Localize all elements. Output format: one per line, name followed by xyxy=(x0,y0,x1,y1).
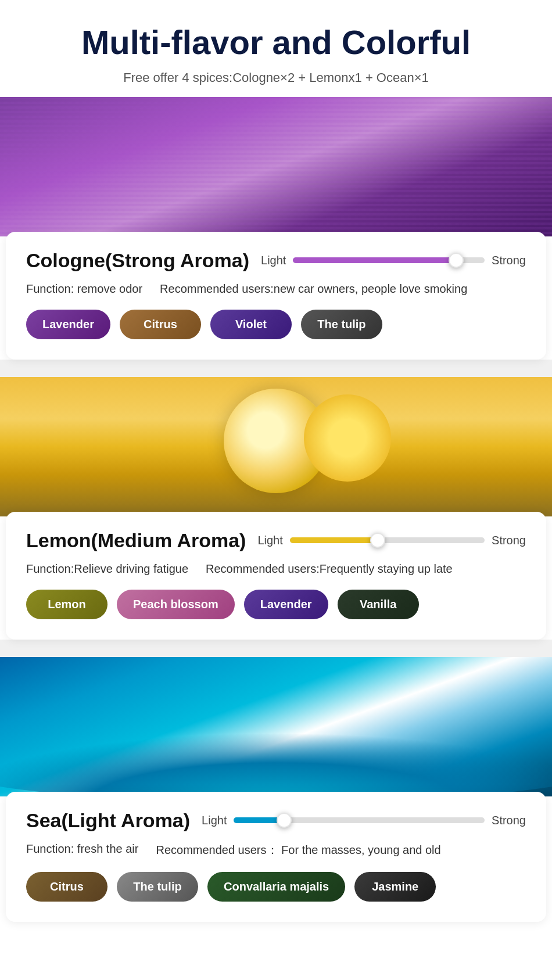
sections-container: Cologne(Strong Aroma)LightStrongFunction… xyxy=(0,97,552,922)
lemon-function-text: Function:Relieve driving fatigue xyxy=(26,562,188,576)
sea-slider-track[interactable] xyxy=(234,817,485,823)
lemon-slider-strong-label: Strong xyxy=(492,534,526,547)
cologne-slider-light-label: Light xyxy=(261,254,286,267)
lemon-card-header: Lemon(Medium Aroma)LightStrong xyxy=(26,529,526,552)
section-sea: Sea(Light Aroma)LightStrongFunction: fre… xyxy=(0,657,552,922)
lemon-slider-fill xyxy=(290,537,378,543)
cologne-scent-buttons: LavenderCitrusVioletThe tulip xyxy=(26,310,526,339)
cologne-card: Cologne(Strong Aroma)LightStrongFunction… xyxy=(6,232,546,360)
cologne-scent-btn-the-tulip[interactable]: The tulip xyxy=(301,310,382,339)
page-header: Multi-flavor and Colorful Free offer 4 s… xyxy=(0,0,552,97)
sea-slider-light-label: Light xyxy=(202,814,227,827)
lemon-recommended-text: Recommended users:Frequently staying up … xyxy=(206,562,453,576)
cologne-title: Cologne(Strong Aroma) xyxy=(26,249,249,272)
section-gap xyxy=(0,360,552,377)
section-cologne: Cologne(Strong Aroma)LightStrongFunction… xyxy=(0,97,552,377)
sea-functions: Function: fresh the airRecommended users… xyxy=(26,842,526,858)
sea-card: Sea(Light Aroma)LightStrongFunction: fre… xyxy=(6,792,546,922)
page-subtitle: Free offer 4 spices:Cologne×2 + Lemonx1 … xyxy=(12,70,540,85)
cologne-card-header: Cologne(Strong Aroma)LightStrong xyxy=(26,249,526,272)
cologne-slider-thumb[interactable] xyxy=(449,253,464,268)
sea-slider-thumb[interactable] xyxy=(277,813,292,828)
sea-scent-btn-convallaria-majalis[interactable]: Convallaria majalis xyxy=(207,872,345,902)
lemon-scent-btn-lemon[interactable]: Lemon xyxy=(26,590,107,619)
cologne-slider-strong-label: Strong xyxy=(492,254,526,267)
lemon-functions: Function:Relieve driving fatigueRecommen… xyxy=(26,562,526,576)
sea-image xyxy=(0,657,552,796)
sea-recommended-text: Recommended users： For the masses, young… xyxy=(156,842,440,858)
sea-scent-btn-citrus[interactable]: Citrus xyxy=(26,872,107,902)
lemon-slider-light-label: Light xyxy=(257,534,282,547)
lemon-scent-btn-peach-blossom[interactable]: Peach blossom xyxy=(117,590,235,619)
sea-function-text: Function: fresh the air xyxy=(26,842,138,858)
page-title: Multi-flavor and Colorful xyxy=(12,23,540,62)
lemon-title: Lemon(Medium Aroma) xyxy=(26,529,246,552)
lemon-scent-btn-vanilla[interactable]: Vanilla xyxy=(338,590,419,619)
cologne-recommended-text: Recommended users:new car owners, people… xyxy=(160,282,467,296)
cologne-slider-fill xyxy=(293,257,456,263)
sea-scent-btn-jasmine[interactable]: Jasmine xyxy=(354,872,436,902)
sea-card-header: Sea(Light Aroma)LightStrong xyxy=(26,809,526,832)
sea-slider-strong-label: Strong xyxy=(492,814,526,827)
lemon-scent-buttons: LemonPeach blossomLavenderVanilla xyxy=(26,590,526,619)
sea-slider-group: LightStrong xyxy=(202,814,526,827)
cologne-function-text: Function: remove odor xyxy=(26,282,142,296)
lemon-scent-btn-lavender[interactable]: Lavender xyxy=(244,590,328,619)
sea-scent-buttons: CitrusThe tulipConvallaria majalisJasmin… xyxy=(26,872,526,902)
cologne-image xyxy=(0,97,552,236)
lemon-image xyxy=(0,377,552,516)
sea-scent-btn-the-tulip[interactable]: The tulip xyxy=(117,872,198,902)
cologne-functions: Function: remove odorRecommended users:n… xyxy=(26,282,526,296)
cologne-scent-btn-violet[interactable]: Violet xyxy=(210,310,292,339)
lemon-slider-track[interactable] xyxy=(290,537,485,543)
section-lemon: Lemon(Medium Aroma)LightStrongFunction:R… xyxy=(0,377,552,657)
sea-title: Sea(Light Aroma) xyxy=(26,809,190,832)
lemon-slider-group: LightStrong xyxy=(257,534,526,547)
cologne-slider-group: LightStrong xyxy=(261,254,526,267)
lemon-slider-thumb[interactable] xyxy=(370,533,385,548)
lemon-card: Lemon(Medium Aroma)LightStrongFunction:R… xyxy=(6,512,546,640)
cologne-slider-track[interactable] xyxy=(293,257,485,263)
cologne-scent-btn-lavender[interactable]: Lavender xyxy=(26,310,110,339)
section-gap xyxy=(0,640,552,657)
cologne-scent-btn-citrus[interactable]: Citrus xyxy=(120,310,201,339)
